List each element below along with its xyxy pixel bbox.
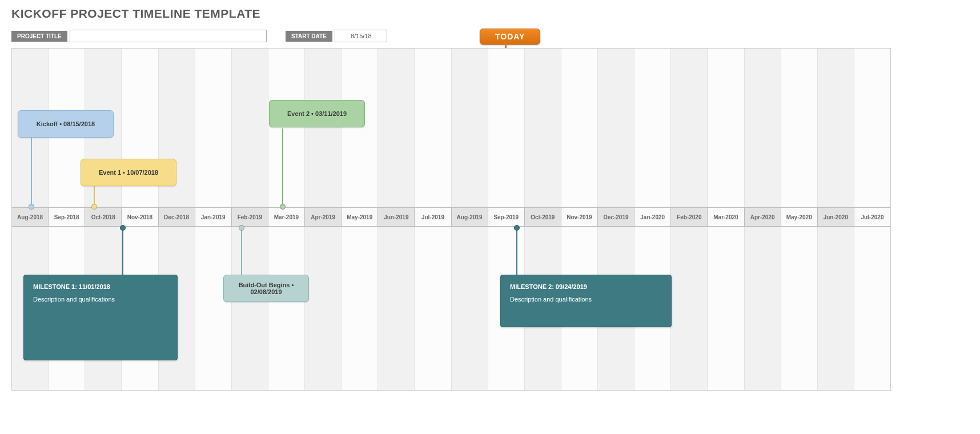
axis-month: Dec-2019 (598, 208, 634, 226)
axis-month: Oct-2019 (525, 208, 561, 226)
connector-milestone1 (122, 227, 123, 276)
start-date-label: START DATE (286, 31, 332, 42)
axis-month: Apr-2020 (745, 208, 781, 226)
event-card-kickoff[interactable]: Kickoff • 08/15/2018 (18, 110, 114, 138)
dot-milestone2 (514, 225, 520, 231)
dot-event2 (280, 204, 286, 210)
axis-month: Feb-2020 (671, 208, 708, 226)
milestone2-desc: Description and qualifications (510, 296, 662, 303)
connector-milestone2 (516, 227, 517, 276)
axis-month: Mar-2020 (708, 208, 744, 226)
connector-event2 (282, 128, 283, 207)
dot-event1 (91, 204, 97, 210)
axis-month: Sep-2019 (488, 208, 525, 226)
axis-month: Feb-2019 (232, 208, 268, 226)
event-card-event1[interactable]: Event 1 • 10/07/2018 (81, 159, 176, 186)
milestone1-title: MILESTONE 1: 11/01/2018 (33, 283, 168, 290)
axis-month: Jan-2020 (634, 208, 671, 226)
axis-month: Nov-2018 (122, 208, 158, 226)
start-date-input[interactable]: 8/15/18 (335, 30, 387, 42)
axis-month: Mar-2019 (268, 208, 305, 226)
milestone2-title: MILESTONE 2: 09/24/2019 (510, 283, 662, 290)
timeline-axis: Aug-2018Sep-2018Oct-2018Nov-2018Dec-2018… (12, 207, 890, 227)
event-card-event2[interactable]: Event 2 • 03/11/2019 (269, 100, 365, 127)
project-title-input[interactable] (70, 30, 267, 42)
axis-month: Jan-2019 (195, 208, 232, 226)
axis-month: Apr-2019 (305, 208, 342, 226)
connector-buildout (241, 227, 242, 276)
axis-month: Aug-2018 (12, 208, 49, 226)
axis-month: Sep-2018 (49, 208, 85, 226)
timeline-grid: Aug-2018Sep-2018Oct-2018Nov-2018Dec-2018… (11, 48, 891, 391)
page-title: KICKOFF PROJECT TIMELINE TEMPLATE (11, 7, 260, 21)
event-card-buildout[interactable]: Build-Out Begins • 02/08/2019 (223, 275, 309, 302)
dot-buildout (239, 225, 244, 231)
axis-month: Nov-2019 (561, 208, 598, 226)
connector-kickoff (31, 137, 32, 207)
axis-month: Jul-2020 (854, 208, 890, 226)
axis-month: Aug-2019 (452, 208, 488, 226)
dot-kickoff (29, 204, 34, 210)
milestone1-desc: Description and qualifications (33, 296, 168, 303)
axis-month: Jul-2019 (415, 208, 451, 226)
axis-month: Jun-2019 (378, 208, 415, 226)
dot-milestone1 (120, 225, 126, 231)
today-badge: TODAY (480, 29, 540, 45)
axis-month: Oct-2018 (85, 208, 122, 226)
axis-month: Jun-2020 (818, 208, 854, 226)
axis-month: Dec-2018 (159, 208, 195, 226)
axis-month: May-2019 (342, 208, 378, 226)
project-title-label: PROJECT TITLE (11, 31, 67, 42)
milestone-card-2[interactable]: MILESTONE 2: 09/24/2019 Description and … (500, 275, 672, 327)
milestone-card-1[interactable]: MILESTONE 1: 11/01/2018 Description and … (23, 275, 178, 360)
axis-month: May-2020 (781, 208, 818, 226)
